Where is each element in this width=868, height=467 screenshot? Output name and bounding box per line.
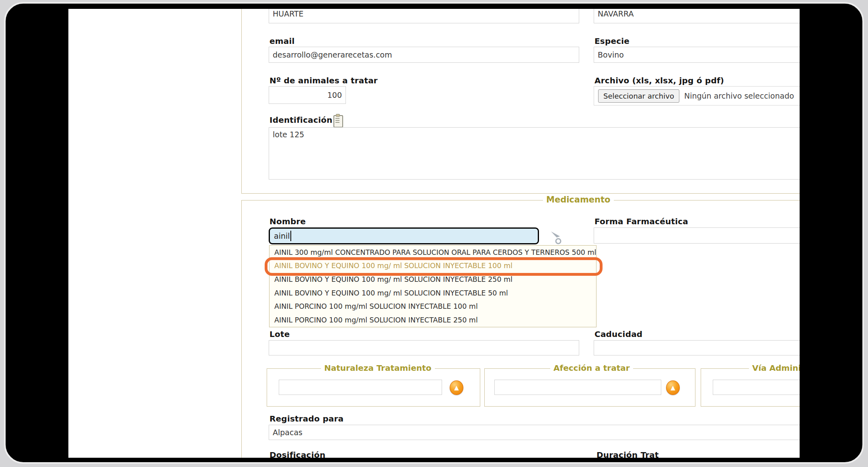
archivo-file-input[interactable]: Seleccionar archivo Ningún archivo selec… [594,86,800,105]
provincia-value: NAVARRA [598,9,634,18]
medicamento-legend: Medicamento [543,195,614,205]
registrado-value: Alpacas [273,428,302,437]
naturaleza-up-arrow-button[interactable]: ▲ [450,380,463,395]
forma-farmaceutica-field[interactable] [594,227,800,244]
seleccionar-archivo-button[interactable]: Seleccionar archivo [598,89,679,103]
archivo-label: Archivo (xls, xlsx, jpg ó pdf) [594,76,724,85]
registrado-label: Registrado para [269,414,343,424]
email-field[interactable]: desarrollo@generarecetas.com [269,47,579,63]
email-label: email [269,36,295,46]
caducidad-label: Caducidad [594,329,642,339]
archivo-status-text: Ningún archivo seleccionado [684,91,794,100]
localidad-field[interactable]: HUARTE [269,9,579,23]
browser-page: HUARTE NAVARRA email desarrollo@generare… [68,9,800,458]
duracion-label: Duración Trat [596,450,659,458]
suggestion-item[interactable]: AINIL BOVINO Y EQUINO 100 mg/ ml SOLUCIO… [269,286,596,300]
especie-label: Especie [594,36,629,46]
clipboard-icon[interactable] [333,115,343,128]
lote-field[interactable] [269,340,579,355]
identificacion-label: Identificación [269,115,343,128]
cursor-icon [549,230,567,246]
num-animales-label: Nº de animales a tratar [269,76,378,85]
num-animales-value: 100 [327,91,342,99]
naturaleza-legend: Naturaleza Tratamiento [321,363,435,373]
nombre-label: Nombre [269,217,306,226]
identificacion-value: lote 125 [273,130,304,139]
suggestion-item[interactable]: AINIL PORCINO 100 mg/ml SOLUCION INYECTA… [269,313,596,327]
provincia-field[interactable]: NAVARRA [594,9,800,23]
dosificacion-label: Dosificación [269,450,325,458]
nombre-field[interactable]: ainil [269,227,539,244]
via-field[interactable] [713,380,800,395]
forma-farmaceutica-label: Forma Farmacéutica [594,217,688,226]
registrado-field[interactable]: Alpacas [269,425,800,440]
up-arrow-icon: ▲ [671,384,675,391]
up-arrow-icon: ▲ [454,384,459,391]
afeccion-field[interactable] [494,380,661,395]
text-caret [290,231,291,241]
identificacion-label-text: Identificación [269,115,332,125]
afeccion-legend: Afección a tratar [550,363,633,373]
highlight-annotation-ring [265,257,603,276]
identificacion-textarea[interactable]: lote 125 [269,127,800,180]
email-value: desarrollo@generarecetas.com [273,50,392,59]
afeccion-up-arrow-button[interactable]: ▲ [666,380,680,395]
via-legend: Vía Administración [749,363,800,373]
lote-label: Lote [269,329,290,339]
localidad-value: HUARTE [273,9,304,18]
naturaleza-field[interactable] [279,380,442,395]
especie-field[interactable]: Bovino [594,47,800,63]
nombre-value: ainil [274,231,290,240]
caducidad-field[interactable] [594,340,800,355]
num-animales-field[interactable]: 100 [269,86,346,104]
especie-value: Bovino [598,50,624,59]
suggestion-item[interactable]: AINIL PORCINO 100 mg/ml SOLUCION INYECTA… [269,300,596,313]
